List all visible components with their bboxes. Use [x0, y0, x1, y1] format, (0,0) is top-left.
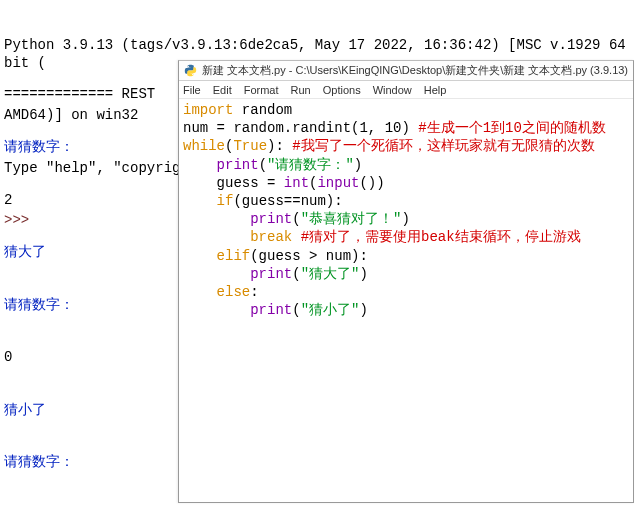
kw-while: while	[183, 138, 225, 154]
indent	[183, 211, 250, 227]
string: "恭喜猜对了！"	[301, 211, 402, 227]
title-bar[interactable]: 新建 文本文档.py - C:\Users\KEingQING\Desktop\…	[179, 61, 633, 81]
comment: #生成一个1到10之间的随机数	[418, 120, 606, 136]
kw-break: break	[250, 229, 292, 245]
menu-help[interactable]: Help	[424, 84, 447, 96]
code-text: (guess==num):	[233, 193, 342, 209]
space	[292, 229, 300, 245]
window-title: 新建 文本文档.py - C:\Users\KEingQING\Desktop\…	[202, 63, 628, 78]
kw-true: True	[233, 138, 267, 154]
indent	[183, 302, 250, 318]
menu-bar[interactable]: File Edit Format Run Options Window Help	[179, 81, 633, 99]
fn-int: int	[284, 175, 309, 191]
module-name: random	[233, 102, 292, 118]
paren: (	[292, 266, 300, 282]
menu-run[interactable]: Run	[291, 84, 311, 96]
kw-if: if	[217, 193, 234, 209]
code-text: num = random.	[183, 120, 292, 136]
string: "猜大了"	[301, 266, 360, 282]
fn-print: print	[250, 302, 292, 318]
paren: (	[259, 157, 267, 173]
menu-format[interactable]: Format	[244, 84, 279, 96]
python-icon	[183, 64, 197, 78]
indent	[183, 157, 217, 173]
idle-editor-window[interactable]: 新建 文本文档.py - C:\Users\KEingQING\Desktop\…	[178, 60, 634, 503]
paren: )	[359, 302, 367, 318]
output-line: 猜大了	[4, 244, 88, 262]
output-line: 请猜数字：	[4, 139, 88, 157]
kw-else: else	[217, 284, 251, 300]
string: "猜小了"	[301, 302, 360, 318]
code-text: (guess > num):	[250, 248, 368, 264]
indent	[183, 229, 250, 245]
paren: (	[292, 211, 300, 227]
paren: ())	[359, 175, 384, 191]
code-text: guess =	[183, 175, 284, 191]
menu-window[interactable]: Window	[373, 84, 412, 96]
paren: (	[292, 302, 300, 318]
indent	[183, 193, 217, 209]
fn-print: print	[217, 157, 259, 173]
colon: :	[250, 284, 258, 300]
code-text: (1, 10)	[351, 120, 418, 136]
indent	[183, 248, 217, 264]
shell-session[interactable]: 请猜数字： 2 猜大了 请猜数字： 0 猜小了 请猜数字： 1 恭喜猜对了！ >…	[4, 104, 88, 506]
output-line: 请猜数字：	[4, 297, 88, 315]
code-editor[interactable]: import random num = random.randint(1, 10…	[179, 99, 633, 321]
input-line: 2	[4, 192, 88, 210]
kw-import: import	[183, 102, 233, 118]
restart-bar: ============= REST	[4, 86, 155, 102]
indent	[183, 284, 217, 300]
menu-edit[interactable]: Edit	[213, 84, 232, 96]
fn-print: print	[250, 211, 292, 227]
menu-options[interactable]: Options	[323, 84, 361, 96]
input-line: 0	[4, 349, 88, 367]
fn-print: print	[250, 266, 292, 282]
paren: )	[359, 266, 367, 282]
comment: #猜对了，需要使用beak结束循环，停止游戏	[301, 229, 581, 245]
output-line: 请猜数字：	[4, 454, 88, 472]
paren: )	[354, 157, 362, 173]
indent	[183, 266, 250, 282]
kw-elif: elif	[217, 248, 251, 264]
string: "请猜数字："	[267, 157, 354, 173]
comment: #我写了一个死循环，这样玩家就有无限猜的次数	[292, 138, 594, 154]
code-text: ):	[267, 138, 292, 154]
output-line: 猜小了	[4, 402, 88, 420]
fn-randint: randint	[292, 120, 351, 136]
menu-file[interactable]: File	[183, 84, 201, 96]
paren: )	[401, 211, 409, 227]
fn-input: input	[317, 175, 359, 191]
